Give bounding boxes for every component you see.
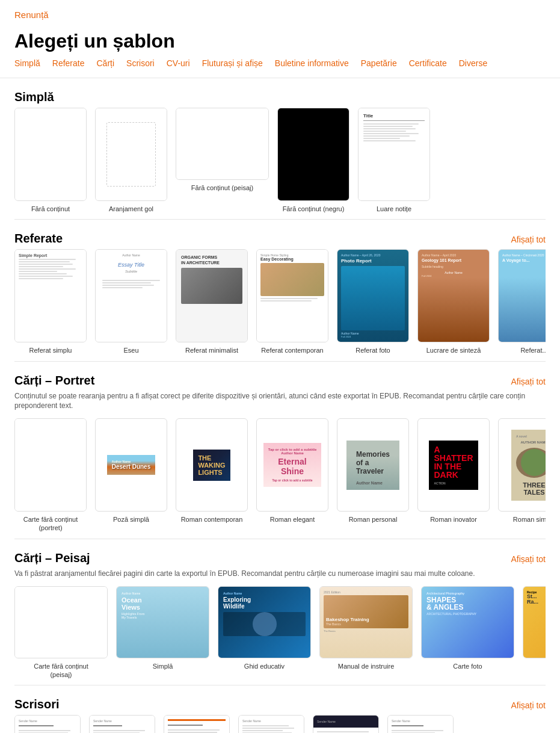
- template-empty-layout[interactable]: Aranjament gol: [95, 108, 167, 213]
- black-visual: [278, 108, 349, 200]
- nav-carti[interactable]: Cărți: [97, 58, 115, 68]
- nav-cv[interactable]: CV-uri: [167, 58, 190, 68]
- template-essay[interactable]: Author Name Essay TitleSubtitle Eseu: [95, 249, 167, 354]
- decorating-img: [260, 263, 324, 296]
- template-blank-book-portrait[interactable]: Carte fără conținut (portret): [14, 418, 87, 533]
- template-simple-novel[interactable]: A novel AUTHOR NAME THREETALES Roman sim…: [498, 418, 546, 533]
- blank-landscape-visual: [176, 108, 268, 179]
- geology-visual: Author Name – April 2020 Geology 101 Rep…: [418, 250, 489, 342]
- nav-buletine[interactable]: Buletine informative: [275, 58, 349, 68]
- empty-layout-visual: [96, 108, 167, 200]
- template-label-photo-report: Referat foto: [355, 346, 390, 354]
- template-simple-photo[interactable]: Author Name Desert Dunes Poză simplă: [95, 418, 167, 533]
- nav-certificate[interactable]: Certificate: [409, 58, 447, 68]
- template-notes[interactable]: Title Luare notițe: [358, 108, 430, 213]
- template-thumb-letter-5: Sender Name: [313, 715, 379, 733]
- nav-simpla[interactable]: Simplă: [14, 58, 40, 68]
- template-thumb-training-manual: 2021 Edition Bakeshop Training The Basic…: [319, 586, 413, 658]
- template-label-simple-novel: Roman simplu: [513, 515, 546, 524]
- section-header-scrisori: Scrisori Afișați tot: [14, 697, 546, 711]
- organic-img: [181, 268, 242, 304]
- template-thumb-synthesis: Author Name – April 2020 Geology 101 Rep…: [417, 249, 490, 342]
- template-label-minimal-report: Referat minimalist: [185, 346, 238, 354]
- show-all-referate-button[interactable]: Afișați tot: [511, 235, 546, 244]
- essay-title-text: Essay TitleSubtitle: [118, 262, 144, 274]
- template-letter-6[interactable]: Sender Name: [387, 715, 454, 733]
- referate-templates-row: Simple Report Referat simplu Author Na: [14, 249, 546, 354]
- template-blank[interactable]: Fără conținut: [14, 108, 87, 213]
- letter-4-visual: Sender Name: [239, 716, 304, 733]
- template-simple-landscape[interactable]: Author Name OceanViews Highlights FromMy…: [116, 586, 209, 670]
- show-all-scrisori-button[interactable]: Afișați tot: [511, 701, 546, 710]
- template-label-essay: Eseu: [123, 346, 138, 354]
- show-all-carti-portret-button[interactable]: Afișați tot: [511, 377, 546, 386]
- template-simple-report[interactable]: Simple Report Referat simplu: [14, 249, 87, 354]
- template-training-manual[interactable]: 2021 Edition Bakeshop Training The Basic…: [319, 586, 413, 670]
- template-label-contemporary-report: Referat contemporan: [261, 346, 323, 354]
- template-landscape-extra[interactable]: Recipe St...Ra... St... Ra...: [523, 586, 546, 670]
- template-contemporary-novel[interactable]: THEWAKINGLIGHTS Roman contemporan: [176, 418, 248, 533]
- template-elegant-novel[interactable]: Tap or click to add a subtitle Author Na…: [256, 418, 328, 533]
- template-label-personal-novel: Roman personal: [349, 515, 398, 524]
- template-photo-report[interactable]: Author Name – April 26, 2020 Photo Repor…: [337, 249, 409, 354]
- template-educational-guide[interactable]: Author Name ExploringWildlife Ghid educa…: [218, 586, 311, 670]
- nav-diverse[interactable]: Diverse: [459, 58, 487, 68]
- section-carti-portret: Cărți – Portret Afișați tot Conținutul s…: [0, 362, 560, 539]
- section-header-referate: Referate Afișați tot: [14, 232, 546, 246]
- carti-peisaj-templates-row: Carte fără conținut (peisaj) Author Name…: [14, 586, 546, 679]
- template-synthesis[interactable]: Author Name – April 2020 Geology 101 Rep…: [417, 249, 490, 354]
- template-blank-book-landscape[interactable]: Carte fără conținut (peisaj): [14, 586, 108, 679]
- template-label-synthesis: Lucrare de sinteză: [426, 346, 481, 354]
- template-blank-landscape[interactable]: Fără conținut (peisaj): [176, 108, 269, 213]
- simple-report-visual: Simple Report: [15, 250, 86, 342]
- template-letter-3[interactable]: [164, 715, 230, 733]
- template-label-simple-photo: Poză simplă: [113, 515, 149, 524]
- template-thumb-contemporary-report: Simple Home Styling Easy Decorating: [256, 249, 328, 342]
- notes-visual: Title: [358, 108, 429, 200]
- template-report-extra[interactable]: Author Name – Cincinnati 2020 A Voyage t…: [498, 249, 546, 354]
- nav-papetarie[interactable]: Papetărie: [361, 58, 397, 68]
- template-label-contemporary-novel: Roman contemporan: [181, 515, 243, 524]
- template-letter-2[interactable]: Sender Name: [89, 715, 155, 733]
- section-title-scrisori: Scrisori: [14, 697, 59, 711]
- renunta-button[interactable]: Renunță: [14, 10, 49, 20]
- photo-report-visual: Author Name – April 26, 2020 Photo Repor…: [337, 250, 408, 342]
- template-thumb-photo-book: Architectural Photography SHAPES& ANGLES…: [421, 586, 514, 658]
- voyage-visual: Author Name – Cincinnati 2020 A Voyage t…: [499, 250, 546, 342]
- template-thumb-blank: [14, 108, 87, 201]
- template-minimal-report[interactable]: ORGANIC FORMSIN ARCHITECTURE Referat min…: [176, 249, 248, 354]
- nav-fluturasi[interactable]: Fluturași și afișe: [202, 58, 263, 68]
- letter-3-visual: [164, 716, 229, 733]
- template-letter-1[interactable]: Sender Name: [14, 715, 81, 733]
- section-header-carti-portret: Cărți – Portret Afișați tot: [14, 374, 546, 388]
- template-label-report-extra: Referat...: [520, 346, 546, 354]
- template-thumb-blank-black: [277, 108, 349, 201]
- scrisori-templates-row: Sender Name Sender Name: [14, 715, 546, 733]
- template-label-elegant-novel: Roman elegant: [270, 515, 315, 524]
- show-all-carti-peisaj-button[interactable]: Afișați tot: [511, 554, 546, 564]
- template-label-blank-black: Fără conținut (negru): [283, 205, 345, 213]
- nav-referate[interactable]: Referate: [52, 58, 85, 68]
- template-thumb-simple-landscape: Author Name OceanViews Highlights FromMy…: [116, 586, 209, 658]
- blank-visual: [15, 108, 86, 200]
- template-thumb-simple-report: Simple Report: [14, 249, 87, 342]
- template-innovative-novel[interactable]: ASHATTERIN THEDARK ACTION Roman inovator: [417, 418, 490, 533]
- template-photo-book[interactable]: Architectural Photography SHAPES& ANGLES…: [421, 586, 514, 670]
- template-contemporary-report[interactable]: Simple Home Styling Easy Decorating Refe…: [256, 249, 328, 354]
- organic-visual: ORGANIC FORMSIN ARCHITECTURE: [176, 250, 247, 342]
- nav-scrisori[interactable]: Scrisori: [126, 58, 155, 68]
- section-title-carti-portret: Cărți – Portret: [14, 374, 94, 388]
- template-label-training-manual: Manual de instruire: [338, 662, 395, 670]
- template-thumb-letter-4: Sender Name: [238, 715, 304, 733]
- template-letter-4[interactable]: Sender Name: [238, 715, 304, 733]
- template-label-blank-book-portrait: Carte fără conținut (portret): [14, 515, 87, 533]
- template-thumb-simple-photo: Author Name Desert Dunes: [95, 418, 167, 512]
- template-letter-5[interactable]: Sender Name: [313, 715, 379, 733]
- template-personal-novel[interactable]: Memoriesof aTraveler Author Name Roman p…: [337, 418, 409, 533]
- simpla-templates-row: Fără conținut Aranjament gol Fără conțin…: [14, 108, 546, 213]
- section-subtitle-carti-peisaj: Va fi păstrat aranjamentul fiecărei pagi…: [14, 569, 546, 579]
- template-thumb-blank-landscape: [176, 108, 269, 180]
- notes-heading: Title: [363, 113, 425, 121]
- template-blank-black[interactable]: Fără conținut (negru): [277, 108, 349, 213]
- top-bar: Renunță: [0, 0, 560, 25]
